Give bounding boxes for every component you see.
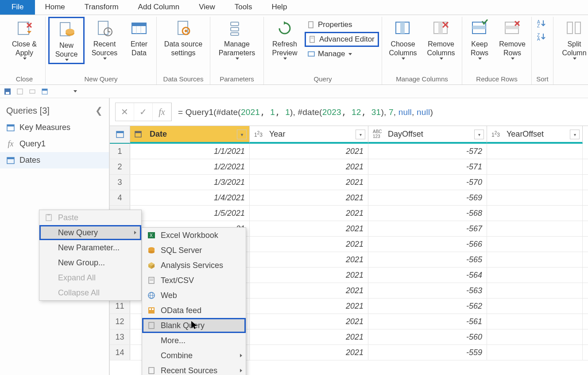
cell-date[interactable]: 1/5/2021 xyxy=(130,206,250,221)
submenu-sql-server[interactable]: SQL Server xyxy=(142,243,246,258)
cell-yearoffset[interactable] xyxy=(487,237,583,252)
cell-date[interactable]: 1/3/2021 xyxy=(130,175,250,190)
cell-year[interactable]: 2021 xyxy=(250,252,368,267)
menu-add-column[interactable]: Add Column xyxy=(128,0,190,15)
cell-dayoffset[interactable]: -561 xyxy=(368,314,487,329)
column-header-year[interactable]: 123Year▾ xyxy=(250,126,368,144)
qa-dropdown-icon[interactable] xyxy=(71,88,79,96)
cell-year[interactable]: 2021 xyxy=(250,268,368,283)
keep-rows-button[interactable]: Keep Rows xyxy=(465,17,494,61)
menu-file[interactable]: File xyxy=(0,0,35,15)
cell-date[interactable]: 1/2/2021 xyxy=(130,159,250,174)
submenu-web[interactable]: Web xyxy=(142,288,246,303)
table-row[interactable]: 31/3/20212021-570 xyxy=(110,175,588,190)
column-header-dayoffset[interactable]: ABC123DayOffset▾ xyxy=(368,126,487,144)
collapse-pane-icon[interactable]: ❮ xyxy=(95,105,103,116)
data-source-settings-button[interactable]: Data source settings xyxy=(159,17,207,59)
submenu-recent-sources[interactable]: Recent Sources xyxy=(142,363,246,375)
cell-dayoffset[interactable]: -567 xyxy=(368,221,487,236)
cell-yearoffset[interactable] xyxy=(487,144,583,159)
cell-year[interactable]: 2021 xyxy=(250,175,368,190)
cell-dayoffset[interactable]: -560 xyxy=(368,329,487,344)
cell-dayoffset[interactable]: -565 xyxy=(368,252,487,267)
cell-year[interactable]: 2021 xyxy=(250,159,368,174)
cell-date[interactable]: 1/1/2021 xyxy=(130,144,250,159)
qa-icon-3[interactable] xyxy=(28,88,36,96)
cell-dayoffset[interactable]: -559 xyxy=(368,345,487,360)
cell-dayoffset[interactable]: -568 xyxy=(368,206,487,221)
sort-desc-button[interactable]: ZA xyxy=(537,33,548,42)
select-all-corner[interactable] xyxy=(110,126,130,144)
cell-dayoffset[interactable]: -566 xyxy=(368,237,487,252)
submenu-text-csv[interactable]: Text/CSV xyxy=(142,273,246,288)
menu-home[interactable]: Home xyxy=(35,0,74,15)
cell-year[interactable]: 2021 xyxy=(250,237,368,252)
cell-yearoffset[interactable] xyxy=(487,345,583,360)
column-filter-icon[interactable]: ▾ xyxy=(237,130,247,139)
column-filter-icon[interactable]: ▾ xyxy=(356,130,365,139)
menu-transform[interactable]: Transform xyxy=(75,0,128,15)
cell-year[interactable]: 2021 xyxy=(250,345,368,360)
cell-year[interactable]: 2021 xyxy=(250,314,368,329)
save-icon[interactable] xyxy=(4,88,12,96)
submenu-odata-feed[interactable]: OData feed xyxy=(142,303,246,318)
cell-yearoffset[interactable] xyxy=(487,175,583,190)
ctx-new-query[interactable]: New Query xyxy=(39,225,141,240)
column-filter-icon[interactable]: ▾ xyxy=(570,130,580,139)
column-header-yearoffset[interactable]: 123YearOffset▾ xyxy=(487,126,583,144)
ctx-new-parameter[interactable]: New Parameter... xyxy=(39,240,141,255)
remove-rows-button[interactable]: Remove Rows xyxy=(496,17,529,61)
cell-year[interactable]: 2021 xyxy=(250,144,368,159)
properties-button[interactable]: Properties xyxy=(305,19,379,31)
query-item-dates[interactable]: Dates xyxy=(0,152,109,168)
sort-asc-button[interactable]: AZ xyxy=(537,19,548,29)
enter-data-button[interactable]: Enter Data xyxy=(124,17,154,59)
split-column-button[interactable]: Split Column xyxy=(556,17,588,61)
cell-dayoffset[interactable]: -563 xyxy=(368,283,487,298)
query-item-query1[interactable]: fx Query1 xyxy=(0,136,109,152)
remove-columns-button[interactable]: Remove Columns xyxy=(423,17,459,61)
cell-yearoffset[interactable] xyxy=(487,206,583,221)
cell-dayoffset[interactable]: -564 xyxy=(368,268,487,283)
submenu-more[interactable]: More... xyxy=(142,333,246,348)
table-row[interactable]: 51/5/20212021-568 xyxy=(110,206,588,221)
cell-date[interactable]: 1/4/2021 xyxy=(130,190,250,205)
menu-view[interactable]: View xyxy=(189,0,225,15)
cell-year[interactable]: 2021 xyxy=(250,283,368,298)
cell-yearoffset[interactable] xyxy=(487,221,583,236)
table-row[interactable]: 11/1/20212021-572 xyxy=(110,144,588,159)
qa-icon-4[interactable] xyxy=(41,88,49,96)
cell-yearoffset[interactable] xyxy=(487,314,583,329)
cell-year[interactable]: 2021 xyxy=(250,206,368,221)
cell-dayoffset[interactable]: -570 xyxy=(368,175,487,190)
new-source-button[interactable]: New Source xyxy=(48,17,85,64)
submenu-combine[interactable]: Combine xyxy=(142,348,246,363)
cell-yearoffset[interactable] xyxy=(487,159,583,174)
formula-text[interactable]: = Query1(#date(2021, 1, 1), #date(2023, … xyxy=(172,107,433,117)
choose-columns-button[interactable]: Choose Columns xyxy=(385,17,421,61)
cell-year[interactable]: 2021 xyxy=(250,190,368,205)
manage-button[interactable]: Manage xyxy=(305,48,379,60)
recent-sources-button[interactable]: Recent Sources xyxy=(86,17,123,61)
column-header-date[interactable]: Date▾ xyxy=(130,126,250,144)
close-apply-button[interactable]: Close & Apply xyxy=(6,17,43,61)
cell-yearoffset[interactable] xyxy=(487,283,583,298)
cell-dayoffset[interactable]: -572 xyxy=(368,144,487,159)
formula-cancel-button[interactable]: ✕ xyxy=(116,103,134,121)
table-row[interactable]: 21/2/20212021-571 xyxy=(110,159,588,175)
cell-year[interactable]: 2021 xyxy=(250,329,368,344)
menu-help[interactable]: Help xyxy=(262,0,297,15)
submenu-blank-query[interactable]: Blank Query xyxy=(142,318,246,333)
formula-accept-button[interactable]: ✓ xyxy=(134,103,153,121)
formula-fx-button[interactable]: fx xyxy=(153,103,171,121)
cell-yearoffset[interactable] xyxy=(487,298,583,314)
advanced-editor-button[interactable]: Advanced Editor xyxy=(305,32,379,47)
cell-yearoffset[interactable] xyxy=(487,329,583,344)
cell-yearoffset[interactable] xyxy=(487,268,583,283)
cell-dayoffset[interactable]: -569 xyxy=(368,190,487,205)
cell-year[interactable]: 2021 xyxy=(250,298,368,314)
cell-dayoffset[interactable]: -571 xyxy=(368,159,487,174)
cell-dayoffset[interactable]: -562 xyxy=(368,298,487,314)
submenu-excel-workbook[interactable]: X Excel Workbook xyxy=(142,228,246,243)
cell-year[interactable]: 2021 xyxy=(250,221,368,236)
